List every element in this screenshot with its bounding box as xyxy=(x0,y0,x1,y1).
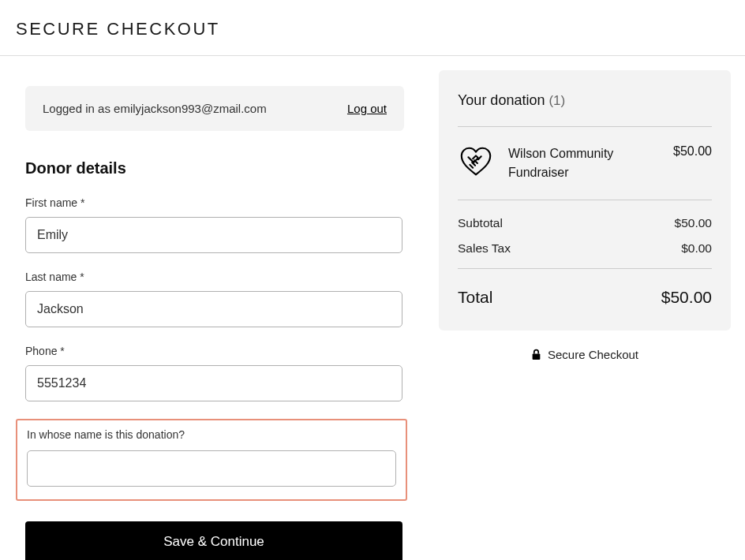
phone-input[interactable] xyxy=(25,365,402,401)
page-title: SECURE CHECKOUT xyxy=(16,19,729,39)
last-name-group: Last name * xyxy=(25,271,404,327)
honoree-input[interactable] xyxy=(27,450,396,487)
donation-item-amount: $50.00 xyxy=(673,144,712,159)
total-value: $50.00 xyxy=(661,288,712,307)
lock-icon xyxy=(531,349,541,360)
summary-title-text: Your donation xyxy=(458,92,545,108)
honoree-group: In whose name is this donation? xyxy=(16,419,407,501)
logout-link[interactable]: Log out xyxy=(347,102,387,115)
logged-in-prefix: Logged in as xyxy=(43,102,114,115)
first-name-input[interactable] xyxy=(25,217,402,253)
donation-summary-card: Your donation (1) xyxy=(439,70,731,330)
secure-checkout-label: Secure Checkout xyxy=(548,348,638,361)
save-continue-button[interactable]: Save & Continue xyxy=(25,521,402,560)
last-name-label: Last name * xyxy=(25,271,404,283)
tax-value: $0.00 xyxy=(681,241,712,256)
logged-in-email: emilyjackson993@zmail.com xyxy=(114,102,267,115)
svg-rect-0 xyxy=(533,353,541,360)
tax-line: Sales Tax $0.00 xyxy=(458,241,712,256)
subtotal-label: Subtotal xyxy=(458,216,503,230)
honoree-label: In whose name is this donation? xyxy=(27,428,396,441)
first-name-label: First name * xyxy=(25,196,404,209)
donation-line-item: Wilson Community Fundraiser $50.00 xyxy=(458,127,712,200)
first-name-group: First name * xyxy=(25,196,404,253)
phone-group: Phone * xyxy=(25,345,404,401)
subtotal-line: Subtotal $50.00 xyxy=(458,216,712,230)
donation-item-name: Wilson Community Fundraiser xyxy=(508,144,659,182)
donor-details-title: Donor details xyxy=(25,159,404,177)
secure-checkout-footer: Secure Checkout xyxy=(439,348,731,361)
logged-in-text: Logged in as emilyjackson993@zmail.com xyxy=(43,102,267,115)
total-line: Total $50.00 xyxy=(458,268,712,307)
handshake-heart-icon xyxy=(458,144,494,181)
last-name-input[interactable] xyxy=(25,291,402,327)
summary-count: (1) xyxy=(548,93,565,108)
total-label: Total xyxy=(458,288,492,307)
page-header: SECURE CHECKOUT xyxy=(0,0,745,56)
logged-in-bar: Logged in as emilyjackson993@zmail.com L… xyxy=(25,86,404,131)
phone-label: Phone * xyxy=(25,345,404,357)
tax-label: Sales Tax xyxy=(458,241,511,256)
summary-title: Your donation (1) xyxy=(458,92,712,109)
subtotal-value: $50.00 xyxy=(675,216,712,230)
